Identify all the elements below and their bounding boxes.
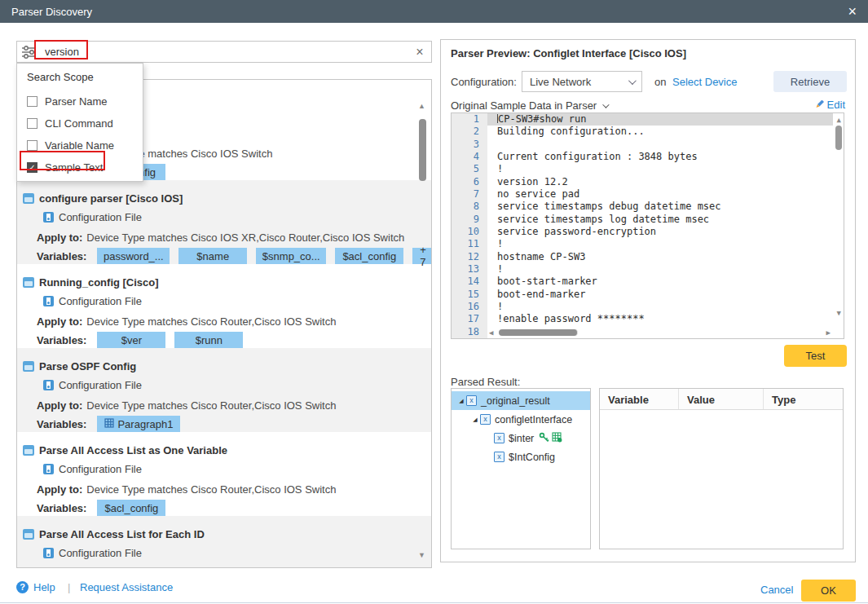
chevron-down-icon	[628, 77, 637, 85]
parser-type: Configuration File	[59, 211, 142, 223]
variable-chip-label: + 7	[420, 244, 432, 268]
expand-arrow-icon[interactable]: ◢	[470, 417, 480, 423]
parser-type-row: Configuration File	[43, 207, 407, 227]
line-number: 4	[452, 151, 487, 163]
configuration-select[interactable]: Live Network	[522, 71, 642, 92]
search-box: ×	[16, 41, 432, 63]
parser-list-item[interactable]: configure parser [Cisco IOS]Configuratio…	[17, 180, 431, 264]
dialog-title: Parser Discovery	[11, 6, 92, 18]
variable-chip[interactable]: password_...	[97, 248, 170, 264]
parser-list-item[interactable]: Running_config [Cisco]Configuration File…	[17, 264, 431, 348]
code-line: !	[487, 301, 844, 313]
code-line: version 12.2	[487, 176, 844, 188]
variable-chip[interactable]: $runn	[174, 332, 243, 348]
expand-arrow-icon[interactable]: ◢	[456, 398, 466, 404]
cf-icon-dot	[47, 302, 50, 304]
sample-data-editor[interactable]: 123456789101112131415161718 CP-SW3#show …	[451, 112, 844, 339]
request-assistance-link[interactable]: Request Assistance	[80, 581, 173, 593]
variable-chip[interactable]: Paragraph1	[97, 416, 180, 432]
code-line: !	[487, 163, 844, 175]
code-line: !	[487, 238, 844, 250]
variable-chip[interactable]: $snmp_co...	[256, 248, 326, 264]
tree-node[interactable]: x$inter	[452, 429, 590, 447]
parser-type-row: Configuration File	[43, 375, 407, 395]
variable-chip[interactable]: $ver	[97, 332, 165, 348]
scope-option-sample-text[interactable]: ✓Sample Text	[27, 157, 143, 179]
cf-icon-dot	[47, 553, 50, 556]
parser-icon	[23, 445, 34, 456]
scope-option-variable-name[interactable]: Variable Name	[27, 134, 143, 157]
search-scope-title: Search Scope	[27, 71, 143, 90]
parser-icon	[23, 529, 34, 540]
apply-to-label: Apply to:	[37, 315, 82, 328]
variables-row: Variables:password_...$name$snmp_co...$a…	[37, 247, 407, 265]
close-icon[interactable]: ×	[848, 4, 857, 19]
code-line: !enable password ********	[487, 313, 844, 325]
column-header-value: Value	[679, 389, 764, 409]
table-icon	[104, 418, 114, 430]
help-link[interactable]: Help	[33, 581, 55, 593]
code-text: !	[497, 238, 503, 249]
variable-chip[interactable]: $acl_config	[335, 248, 403, 264]
line-number: 3	[452, 139, 487, 151]
horizontal-scrollbar[interactable]: ◀ ▶	[489, 328, 831, 337]
select-device-link[interactable]: Select Device	[672, 76, 737, 88]
parser-icon	[23, 193, 34, 204]
variable-chip[interactable]: $name	[178, 248, 247, 264]
code-text: no service pad	[497, 188, 579, 200]
scroll-down-icon[interactable]: ▼	[418, 552, 425, 559]
line-number: 10	[452, 226, 487, 238]
scroll-right-icon[interactable]: ▶	[826, 329, 831, 337]
scope-option-label: CLI Command	[45, 117, 113, 130]
variables-label: Variables:	[37, 502, 86, 514]
tree-node[interactable]: ◢x_original_result	[452, 391, 590, 410]
tree-node[interactable]: ◢xconfigletInterface	[452, 410, 590, 429]
search-input[interactable]	[42, 46, 408, 58]
checkbox[interactable]: ✓	[27, 162, 37, 173]
edit-link[interactable]: Edit	[814, 99, 845, 111]
checkbox[interactable]	[27, 118, 37, 129]
apply-to-row: Apply to:Device Type matches Cisco IOS X…	[37, 227, 407, 247]
scrollbar-thumb[interactable]	[419, 119, 426, 181]
filter-sliders-icon[interactable]	[17, 46, 42, 59]
parser-list-item[interactable]: Parse OSPF ConfigConfiguration FileApply…	[17, 348, 431, 432]
footer-divider: |	[68, 581, 70, 593]
code-line: Building configuration...	[487, 126, 844, 138]
scroll-up-icon[interactable]: ▲	[418, 103, 425, 110]
variable-chip[interactable]: $acl_config	[97, 500, 165, 516]
scrollbar-thumb[interactable]	[499, 329, 578, 336]
parser-type-row: Configuration File	[43, 291, 407, 311]
pencil-icon	[814, 100, 824, 110]
apply-to-row: Apply to:Device Type matches Cisco Route…	[37, 479, 407, 499]
parser-icon-inner	[24, 365, 33, 370]
variable-chips: Paragraph1	[97, 416, 180, 432]
variable-chip-label: $runn	[196, 334, 223, 346]
retrieve-button[interactable]: Retrieve	[773, 71, 847, 92]
parser-list-item[interactable]: Parse All Access List for Each IDConfigu…	[17, 516, 431, 568]
help-icon[interactable]: ?	[16, 581, 29, 593]
variable-chip[interactable]: + 7	[412, 248, 432, 264]
scope-option-cli-command[interactable]: CLI Command	[27, 112, 143, 134]
code-text: !	[497, 301, 503, 312]
ok-button[interactable]: OK	[801, 580, 856, 602]
tree-node[interactable]: x$IntConfig	[452, 447, 590, 466]
line-number-gutter: 123456789101112131415161718	[452, 113, 487, 338]
scroll-down-icon[interactable]: ▼	[837, 310, 841, 317]
clear-search-icon[interactable]: ×	[408, 45, 431, 60]
parser-title-row: Parse All Access List as One Variable	[23, 442, 407, 459]
sample-data-selector[interactable]: Original Sample Data in Parser	[451, 99, 607, 112]
test-button[interactable]: Test	[784, 345, 847, 367]
checkbox[interactable]	[27, 140, 37, 151]
scrollbar-thumb[interactable]	[835, 126, 842, 150]
scroll-left-icon[interactable]: ◀	[489, 329, 493, 337]
parser-icon	[23, 361, 34, 372]
scope-option-parser-name[interactable]: Parser Name	[27, 90, 143, 112]
parser-type-row: Configuration File	[43, 543, 407, 563]
parser-list-item[interactable]: Parse All Access List as One VariableCon…	[17, 432, 431, 516]
variable-chip-label: $name	[196, 250, 229, 262]
apply-to-row: Apply to:Device Type matches Cisco Route…	[37, 395, 407, 415]
scroll-up-icon[interactable]: ▲	[837, 117, 841, 124]
cancel-button[interactable]: Cancel	[760, 584, 793, 596]
cf-icon-dot	[47, 386, 50, 388]
checkbox[interactable]	[27, 96, 37, 107]
